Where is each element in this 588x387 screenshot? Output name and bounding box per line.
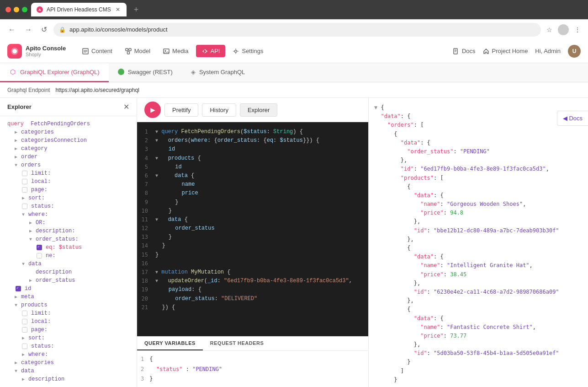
docs-link[interactable]: Docs bbox=[453, 48, 476, 54]
tree-item-prod-status[interactable]: status: bbox=[0, 342, 137, 350]
browser-tab[interactable]: A API Driven Headless CMS ✕ bbox=[31, 3, 127, 16]
project-home-link[interactable]: Project Home bbox=[483, 48, 528, 54]
docs-button[interactable]: ◀ Docs bbox=[557, 111, 588, 126]
app-nav: Content Model Media API Settings bbox=[77, 45, 269, 57]
history-button[interactable]: History bbox=[202, 103, 236, 117]
logo: Apito Console Shoply bbox=[7, 44, 66, 59]
tree-item-data[interactable]: ▼data bbox=[0, 260, 137, 268]
tree-item-data2[interactable]: ▼data bbox=[0, 367, 137, 375]
browser-menu-button[interactable]: ⋮ bbox=[572, 24, 583, 35]
app-header: Apito Console Shoply Content Model Media… bbox=[0, 39, 588, 63]
tree-item-prod-local[interactable]: local: bbox=[0, 317, 137, 326]
main-content: Explorer ✕ query FetchPendingOrders ▶cat… bbox=[0, 98, 588, 387]
query-vars-code: 123 { "status" : "PENDING"} bbox=[137, 351, 368, 387]
query-variables-tab[interactable]: QUERY VARIABLES bbox=[137, 337, 203, 350]
editor-toolbar: ▶ Prettify History Explorer bbox=[137, 98, 368, 122]
tree-item-categories[interactable]: ▶categories bbox=[0, 128, 137, 136]
tree-item-meta[interactable]: ▶meta bbox=[0, 293, 137, 301]
user-avatar[interactable]: U bbox=[568, 45, 581, 58]
tree-item-prod-where[interactable]: ▶where: bbox=[0, 350, 137, 359]
nav-api[interactable]: API bbox=[196, 45, 226, 57]
line-numbers: 123456789101112131415161718192021 bbox=[137, 122, 154, 336]
tree-item-prod-limit[interactable]: limit: bbox=[0, 309, 137, 317]
tree-item-data-order_status[interactable]: ▶order_status bbox=[0, 276, 137, 285]
logo-sub: Shoply bbox=[26, 52, 66, 57]
prettify-button[interactable]: Prettify bbox=[164, 103, 198, 117]
tab-graphiql[interactable]: ⬡ GraphiQL Explorer (GraphQL) bbox=[0, 63, 109, 82]
address-bar[interactable]: 🔒 app.apito.io/consosle/models/product bbox=[53, 23, 541, 37]
content-icon bbox=[82, 48, 89, 54]
tree-item-status[interactable]: status: bbox=[0, 202, 137, 210]
nav-model[interactable]: Model bbox=[120, 45, 156, 57]
nav-settings[interactable]: Settings bbox=[227, 45, 269, 57]
tree-item-page[interactable]: page: bbox=[0, 186, 137, 194]
logo-name: Apito Console bbox=[26, 45, 66, 52]
lock-icon: 🔒 bbox=[59, 27, 66, 33]
tree-item-prod-sort[interactable]: ▶sort: bbox=[0, 334, 137, 342]
explorer-tree: query FetchPendingOrders ▶categories ▶ca… bbox=[0, 116, 137, 387]
browser-titlebar: A API Driven Headless CMS ✕ + bbox=[0, 0, 588, 19]
browser-addressbar: ← → ↺ 🔒 app.apito.io/consosle/models/pro… bbox=[0, 19, 588, 39]
tree-item-order_status[interactable]: ▼order_status: bbox=[0, 235, 137, 243]
tree-item-local[interactable]: local: bbox=[0, 177, 137, 186]
tree-item-data2-description[interactable]: ▶description bbox=[0, 375, 137, 383]
tree-item-data-description[interactable]: description bbox=[0, 268, 137, 276]
system-icon: ◈ bbox=[191, 69, 196, 75]
editor-area: ▶ Prettify History Explorer 123456789101… bbox=[137, 98, 369, 387]
tree-item-category[interactable]: ▶category bbox=[0, 145, 137, 153]
explorer-close-button[interactable]: ✕ bbox=[123, 102, 129, 111]
qv-code-content[interactable]: { "status" : "PENDING"} bbox=[149, 355, 222, 384]
maximize-traffic-light[interactable] bbox=[22, 7, 27, 12]
home-icon bbox=[483, 48, 489, 54]
logo-text: Apito Console Shoply bbox=[26, 45, 66, 58]
browser-chrome: A API Driven Headless CMS ✕ + ← → ↺ 🔒 ap… bbox=[0, 0, 588, 39]
tree-item-ne[interactable]: ne: bbox=[0, 252, 137, 260]
tree-item-where[interactable]: ▼where: bbox=[0, 210, 137, 219]
traffic-lights bbox=[5, 7, 27, 12]
nav-content[interactable]: Content bbox=[77, 45, 118, 57]
media-icon bbox=[163, 48, 170, 54]
tree-item-id[interactable]: id bbox=[0, 285, 137, 293]
tree-item-description[interactable]: ▶description: bbox=[0, 227, 137, 235]
query-name: FetchPendingOrders bbox=[31, 121, 90, 127]
tree-item-OR[interactable]: ▶OR: bbox=[0, 219, 137, 227]
tab-close-button[interactable]: ✕ bbox=[115, 6, 121, 13]
minimize-traffic-light[interactable] bbox=[14, 7, 19, 12]
svg-rect-8 bbox=[127, 52, 129, 54]
endpoint-bar: Graphql Endpoint https://api.apito.io/se… bbox=[0, 82, 588, 98]
tree-item-categoriesConnection[interactable]: ▶categoriesConnection bbox=[0, 136, 137, 145]
tree-item-sort[interactable]: ▶sort: bbox=[0, 194, 137, 202]
tab-favicon: A bbox=[37, 6, 43, 13]
model-icon bbox=[125, 48, 132, 54]
nav-media[interactable]: Media bbox=[158, 45, 194, 57]
swagger-icon bbox=[118, 69, 124, 75]
tree-item-limit[interactable]: limit: bbox=[0, 169, 137, 177]
code-content[interactable]: ▼ query FetchPendingOrders($status: Stri… bbox=[154, 122, 368, 336]
explorer-button[interactable]: Explorer bbox=[240, 103, 277, 117]
header-right: Docs Project Home Hi, Admin U bbox=[453, 45, 581, 58]
close-traffic-light[interactable] bbox=[5, 7, 11, 12]
tab-system-graphql[interactable]: ◈ System GraphQL bbox=[182, 63, 254, 82]
forward-button[interactable]: → bbox=[22, 24, 35, 36]
browser-actions: ☆ ⋮ bbox=[545, 24, 583, 35]
tab-swagger[interactable]: Swagger (REST) bbox=[109, 63, 182, 82]
refresh-button[interactable]: ↺ bbox=[38, 23, 50, 36]
tree-item-eq[interactable]: eq: $status bbox=[0, 243, 137, 252]
back-button[interactable]: ← bbox=[5, 24, 18, 36]
run-icon: ▶ bbox=[150, 106, 155, 113]
tree-item-order[interactable]: ▶order bbox=[0, 153, 137, 161]
tree-item-prod-page[interactable]: page: bbox=[0, 326, 137, 334]
request-headers-tab[interactable]: REQUEST HEADERS bbox=[203, 337, 271, 350]
tree-item-orders[interactable]: ▼orders bbox=[0, 161, 137, 169]
new-tab-button[interactable]: + bbox=[130, 3, 143, 16]
svg-point-11 bbox=[235, 50, 237, 52]
qv-line-numbers: 123 bbox=[137, 355, 149, 384]
tree-query-row: query FetchPendingOrders bbox=[0, 120, 137, 128]
api-tabs: ⬡ GraphiQL Explorer (GraphQL) Swagger (R… bbox=[0, 63, 588, 82]
code-editor[interactable]: 123456789101112131415161718192021 ▼ quer… bbox=[137, 122, 368, 336]
tree-item-categories2[interactable]: ▶categories bbox=[0, 359, 137, 367]
bookmark-button[interactable]: ☆ bbox=[545, 24, 554, 35]
tree-item-products[interactable]: ▼products bbox=[0, 301, 137, 309]
results-panel: ▼ { "data": { "orders": [ { "data": { "o… bbox=[369, 98, 588, 387]
run-button[interactable]: ▶ bbox=[144, 102, 161, 118]
